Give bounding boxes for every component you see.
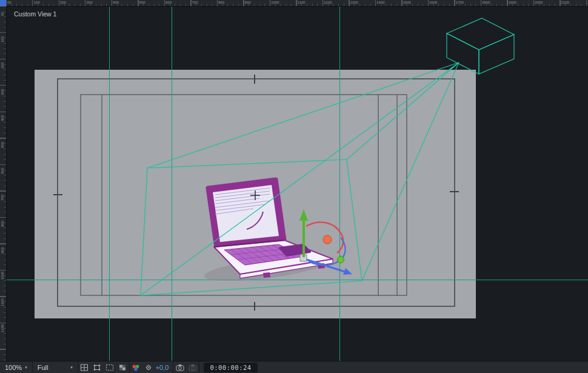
ruler-tick-label: 900 bbox=[245, 0, 251, 5]
chevron-down-icon: ▾ bbox=[25, 365, 27, 370]
mask-visibility-icon bbox=[92, 363, 102, 372]
ruler-tick-label: 00 bbox=[7, 0, 12, 5]
ruler-origin-corner[interactable] bbox=[0, 0, 6, 6]
grid-guide-options-button[interactable] bbox=[78, 361, 91, 373]
transparency-grid-icon bbox=[118, 363, 127, 372]
ruler-tick-label: 200 bbox=[60, 0, 66, 5]
camera-body-top bbox=[447, 18, 514, 50]
ruler-tick-label: 100 bbox=[1, 36, 4, 42]
ruler-tick-label: 1100 bbox=[298, 0, 306, 5]
ruler-tick-label: 1900 bbox=[509, 0, 516, 5]
vertical-ruler[interactable]: 0010020030040050060070080090010001100120… bbox=[0, 6, 7, 361]
ruler-tick-label: 1400 bbox=[376, 0, 384, 5]
ruler-tick-label: 900 bbox=[1, 247, 4, 253]
magnification-ratio-select[interactable]: 100% ▾ bbox=[0, 361, 32, 373]
show-snapshot-button[interactable] bbox=[186, 361, 199, 373]
ruler-tick-label: 1700 bbox=[456, 0, 464, 5]
ruler-tick-label: 200 bbox=[1, 62, 4, 69]
ruler-tick-label: 1300 bbox=[350, 0, 358, 5]
region-of-interest-button[interactable] bbox=[104, 361, 116, 373]
scene-canvas bbox=[6, 6, 588, 361]
orange-handle-ball[interactable] bbox=[323, 235, 332, 244]
composition-viewport[interactable]: Custom View 1 bbox=[6, 6, 588, 361]
ruler-tick-label: 1000 bbox=[1, 272, 4, 280]
current-time-display[interactable]: 0:00:00:24 bbox=[204, 363, 257, 372]
grid-and-guide-options-icon bbox=[79, 363, 89, 372]
ruler-tick-label: 400 bbox=[1, 115, 4, 121]
ruler-tick-label: 600 bbox=[1, 168, 4, 174]
channel-settings-button[interactable] bbox=[130, 361, 142, 373]
show-snapshot-icon bbox=[188, 363, 198, 372]
ruler-tick-label: 1100 bbox=[1, 298, 4, 306]
adjust-exposure-button[interactable] bbox=[142, 361, 155, 373]
ruler-tick-label: 1800 bbox=[482, 0, 490, 5]
ruler-tick-label: 00 bbox=[1, 12, 4, 16]
ruler-tick-label: 1600 bbox=[429, 0, 437, 5]
ruler-tick-label: 500 bbox=[1, 141, 4, 147]
toolbar-separator bbox=[199, 361, 199, 373]
ruler-tick-label: 1200 bbox=[324, 0, 332, 5]
ruler-tick-label: 1000 bbox=[271, 0, 279, 5]
resolution-value: Full bbox=[38, 364, 48, 371]
ruler-tick-label: 2000 bbox=[535, 0, 543, 5]
after-effects-composition-viewer: 0010020030040050060070080090010001100120… bbox=[0, 0, 588, 373]
laptop-foot-left bbox=[263, 272, 270, 278]
ruler-tick-label: 300 bbox=[87, 0, 93, 5]
ruler-tick-label: 800 bbox=[1, 221, 4, 227]
snapshot-camera-icon bbox=[175, 363, 185, 372]
ruler-tick-label: 500 bbox=[139, 0, 145, 5]
mask-visibility-toggle[interactable] bbox=[91, 361, 104, 373]
view-label: Custom View 1 bbox=[14, 10, 56, 18]
ruler-tick-label: 1200 bbox=[1, 324, 4, 332]
ruler-tick-label: 700 bbox=[1, 194, 4, 200]
camera-body-right bbox=[479, 35, 514, 74]
channels-rgb-icon bbox=[131, 363, 141, 372]
region-of-interest-icon bbox=[105, 363, 115, 372]
exposure-gear-icon bbox=[144, 363, 153, 372]
ruler-tick-label: 400 bbox=[113, 0, 119, 5]
chevron-down-icon: ▾ bbox=[70, 365, 73, 370]
ruler-tick-label: 300 bbox=[1, 89, 4, 95]
snapshot-button[interactable] bbox=[173, 361, 186, 373]
ruler-tick-label: 100 bbox=[34, 0, 40, 5]
resolution-select[interactable]: Full ▾ bbox=[33, 361, 78, 373]
ruler-tick-label: 1500 bbox=[403, 0, 411, 5]
green-handle-ball[interactable] bbox=[338, 257, 344, 263]
ruler-tick-label: 800 bbox=[218, 0, 224, 5]
preview-toolbar: 100% ▾ Full ▾ bbox=[0, 361, 588, 373]
exposure-value[interactable]: +0,0 bbox=[155, 364, 173, 371]
magnification-value: 100% bbox=[5, 364, 22, 371]
ruler-tick-label: 600 bbox=[165, 0, 172, 5]
ruler-tick-label: 700 bbox=[192, 0, 198, 5]
horizontal-ruler[interactable]: 0010020030040050060070080090010001100120… bbox=[6, 0, 588, 7]
transparency-grid-toggle[interactable] bbox=[116, 361, 129, 373]
ruler-tick-label: 2100 bbox=[561, 0, 569, 5]
